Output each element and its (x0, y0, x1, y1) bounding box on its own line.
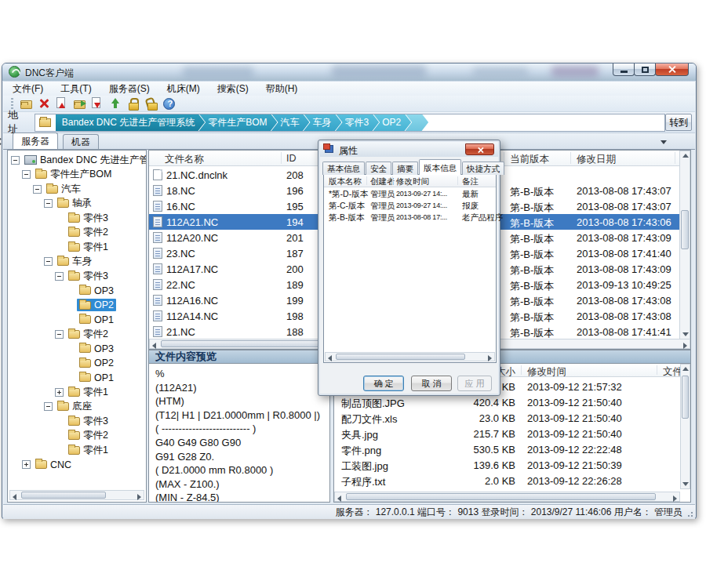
scrollbar-thumb[interactable] (681, 210, 689, 249)
tab-close-button[interactable] (0, 136, 2, 147)
column-modified-time[interactable]: 修改时间 (527, 365, 566, 379)
attachment-row[interactable]: 制品顶图.JPG420.4 KB2013-09-12 21:50:40 (334, 394, 680, 410)
column-version-name[interactable]: 版本名称 (329, 176, 362, 187)
maximize-button[interactable] (634, 64, 656, 76)
collapse-icon[interactable] (44, 199, 53, 208)
expand-icon[interactable] (55, 388, 64, 397)
tree-item[interactable]: OP1 (8, 371, 146, 386)
menu-server[interactable]: 服务器(S) (109, 82, 150, 96)
breadcrumb-bom[interactable]: 零件生产BOM (198, 114, 277, 132)
ok-button[interactable]: 确 定 (363, 376, 404, 391)
file-list-vertical-scrollbar[interactable] (679, 151, 690, 339)
tree-item[interactable]: CNC (8, 458, 146, 473)
attachment-row[interactable]: 零件.png530.5 KB2013-09-12 22:22:48 (334, 441, 680, 457)
tree-item[interactable]: 零件2 (8, 429, 146, 444)
expand-icon[interactable] (22, 460, 31, 469)
collapse-icon[interactable] (44, 402, 53, 411)
help-icon[interactable] (163, 98, 175, 110)
menu-tools[interactable]: 工具(T) (60, 82, 91, 96)
collapse-icon[interactable] (55, 330, 64, 339)
tree-item[interactable]: OP2 (8, 356, 146, 371)
version-row[interactable]: *第-D-版本管理员2013-09-27 14:...最新 (324, 188, 496, 200)
column-current-version[interactable]: 当前版本 (510, 153, 549, 166)
column-note[interactable]: 备注 (462, 176, 479, 187)
column-modified-date[interactable]: 修改日期 (577, 153, 616, 166)
attachment-row[interactable]: 工装图.jpg139.6 KB2013-09-12 21:50:39 (334, 457, 680, 473)
scroll-up-icon[interactable] (682, 367, 689, 371)
scroll-right-icon[interactable] (683, 343, 687, 349)
collapse-icon[interactable] (33, 185, 42, 194)
tab-security[interactable]: 安全 (366, 162, 391, 175)
dialog-horizontal-scrollbar[interactable] (325, 352, 495, 361)
export-folder-icon[interactable] (74, 100, 86, 109)
tab-machine[interactable]: 机器 (63, 134, 99, 149)
tree-horizontal-scrollbar[interactable] (9, 490, 144, 500)
delete-icon[interactable] (38, 97, 50, 110)
tab-version-info[interactable]: 版本信息 (419, 159, 461, 175)
tab-shortcut[interactable]: 快捷方式 (462, 162, 504, 175)
tree-item[interactable]: 零件3 (8, 269, 146, 284)
menu-search[interactable]: 搜索(S) (217, 82, 249, 96)
tree-item[interactable]: 零件2 (8, 226, 146, 241)
cancel-button[interactable]: 取 消 (411, 376, 452, 391)
check-in-file-icon[interactable] (56, 97, 65, 108)
collapse-icon[interactable] (11, 156, 20, 165)
check-out-file-icon[interactable] (92, 97, 100, 108)
tab-basic-info[interactable]: 基本信息 (322, 162, 365, 175)
scrollbar-thumb[interactable] (336, 354, 465, 360)
apply-button[interactable]: 应 用 (457, 376, 492, 391)
collapse-icon[interactable] (44, 257, 53, 266)
dialog-close-button[interactable] (465, 143, 494, 155)
tree-item[interactable]: 底座 (8, 400, 146, 415)
breadcrumb-root[interactable]: Bandex DNC 先进生产管理系统 (56, 114, 205, 132)
tree-item[interactable]: 零件1 (8, 443, 146, 458)
address-input[interactable]: Bandex DNC 先进生产管理系统 零件生产BOM 汽车 车身 零件3 OP… (35, 114, 666, 132)
tree-item[interactable]: 零件3 (8, 414, 146, 429)
menu-file[interactable]: 文件(F) (13, 82, 43, 96)
column-modified-time[interactable]: 修改时间 (396, 176, 429, 187)
column-file-name[interactable]: 文件名称 (165, 153, 204, 166)
tree-item-selected[interactable]: OP2 (8, 298, 146, 313)
dialog-title-bar[interactable]: 属性 (320, 142, 498, 157)
tab-server[interactable]: 服务器 (13, 132, 58, 149)
tree-item[interactable]: 零件生产BOM (8, 168, 146, 183)
attachment-row[interactable]: 子程序.txt2.0 KB2013-09-12 22:26:28 (334, 473, 680, 488)
collapse-icon[interactable] (55, 272, 64, 281)
lock-icon[interactable] (127, 97, 140, 110)
column-id[interactable]: ID (286, 153, 297, 164)
tree-item[interactable]: 零件1 (8, 240, 146, 255)
tree-item[interactable]: 零件2 (8, 327, 146, 342)
scroll-right-icon[interactable] (488, 355, 492, 361)
tab-summary[interactable]: 摘要 (392, 162, 418, 175)
tree-item[interactable]: 零件1 (8, 385, 146, 400)
tree-item[interactable]: 轴承 (8, 197, 146, 212)
scrollbar-thumb[interactable] (346, 493, 656, 500)
tree-item[interactable]: 零件3 (8, 211, 146, 226)
version-row[interactable]: 第-C-版本管理员2013-09-27 14:...报废 (324, 200, 496, 212)
breadcrumb-part3[interactable]: 零件3 (335, 114, 379, 132)
scroll-down-icon[interactable] (682, 332, 689, 336)
collapse-icon[interactable] (22, 170, 31, 179)
upload-icon[interactable] (109, 97, 122, 110)
scroll-down-icon[interactable] (682, 482, 689, 486)
close-button[interactable] (655, 64, 689, 76)
go-button[interactable]: 转到 (665, 114, 692, 131)
version-list-header[interactable]: 版本名称 创建者 修改时间 备注 (324, 175, 496, 187)
menu-machine[interactable]: 机床(M) (167, 82, 200, 96)
scroll-left-icon[interactable] (328, 355, 332, 361)
tree-item[interactable]: OP3 (8, 342, 146, 357)
tree-item[interactable]: OP3 (8, 284, 146, 299)
minimize-button[interactable] (613, 64, 635, 76)
scroll-right-icon[interactable] (673, 495, 677, 502)
scrollbar-thumb[interactable] (682, 376, 689, 419)
tree-item[interactable]: 车身 (8, 255, 146, 270)
scroll-left-icon[interactable] (13, 494, 16, 500)
version-row[interactable]: 第-B-版本管理员2013-08-08 17:...老产品程序 (324, 212, 496, 223)
attachments-horizontal-scrollbar[interactable] (334, 492, 680, 502)
menu-help[interactable]: 帮助(H) (266, 82, 298, 96)
unlock-icon[interactable] (145, 97, 158, 110)
tree-item[interactable]: 汽车 (8, 182, 146, 197)
attachments-vertical-scrollbar[interactable] (680, 364, 690, 489)
attachment-row[interactable]: 夹具.jpg215.7 KB2013-09-12 21:50:40 (334, 426, 680, 441)
tree-item[interactable]: Bandex DNC 先进生产管理系统 (8, 153, 146, 168)
